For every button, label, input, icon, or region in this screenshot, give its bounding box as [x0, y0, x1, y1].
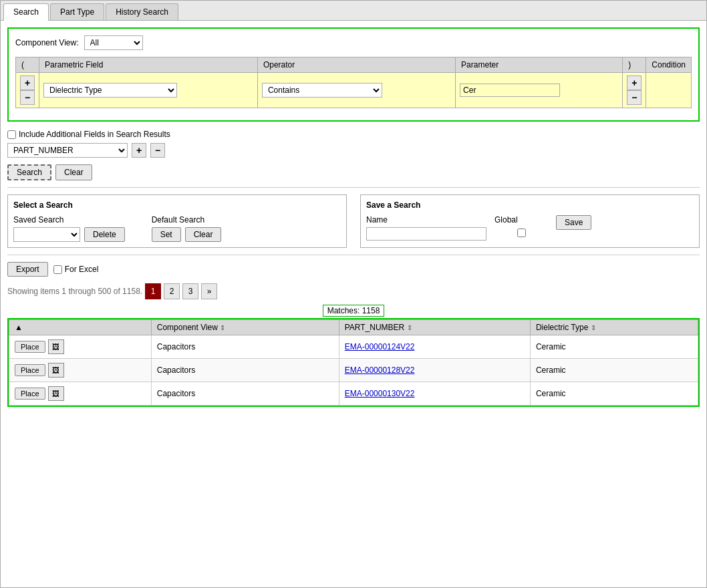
save-global-label: Global: [494, 215, 548, 225]
save-search-box: Save a Search Name Global Save: [360, 194, 700, 248]
page-2-button[interactable]: 2: [164, 283, 180, 299]
place-button-2[interactable]: Place: [15, 364, 45, 376]
include-additional-label: Include Additional Fields in Search Resu…: [7, 130, 170, 139]
add-field-button[interactable]: +: [132, 143, 146, 158]
action-buttons-row: Search Clear: [7, 164, 700, 180]
select-search-title: Select a Search: [13, 200, 341, 210]
field-select-row: PART_NUMBER VALUE TOLERANCE VOLTAGE + −: [7, 143, 700, 158]
pagination-row: Showing items 1 through 500 of 1158. 1 2…: [7, 283, 700, 299]
pagination-text: Showing items 1 through 500 of 1158.: [7, 287, 142, 296]
results-table: ▲ Component View ⇕ PART_NUMBER ⇕ Dielect…: [9, 319, 698, 406]
remove-close-paren-button[interactable]: −: [627, 90, 642, 105]
col-component-view-header[interactable]: Component View ⇕: [151, 320, 339, 335]
image-icon-2: 🖼: [52, 366, 59, 374]
table-row: Place 🖼 Capacitors EMA-00000124V22 Ceram…: [9, 335, 698, 359]
for-excel-checkbox[interactable]: [53, 265, 62, 274]
global-checkbox[interactable]: [517, 229, 526, 237]
image-button-3[interactable]: 🖼: [48, 386, 64, 401]
parametric-table: ( Parametric Field Operator Parameter ) …: [15, 57, 692, 108]
save-search-title: Save a Search: [366, 200, 694, 210]
col-open-paren: (: [16, 57, 39, 73]
tab-bar: Search Part Type History Search: [1, 1, 706, 21]
saved-search-select[interactable]: [13, 227, 80, 242]
image-button-2[interactable]: 🖼: [48, 363, 64, 378]
include-additional-row: Include Additional Fields in Search Resu…: [7, 130, 700, 139]
saved-search-label: Saved Search: [13, 215, 125, 225]
additional-field-select[interactable]: PART_NUMBER VALUE TOLERANCE VOLTAGE: [7, 143, 128, 158]
part-number-link-1[interactable]: EMA-00000124V22: [345, 342, 415, 351]
divider-1: [7, 187, 700, 188]
component-view-select[interactable]: All Capacitors Resistors Inductors: [84, 35, 143, 50]
col-operator: Operator: [257, 57, 455, 73]
close-paren-cell: + −: [623, 73, 646, 108]
component-view-cell-1: Capacitors: [151, 335, 339, 359]
include-additional-checkbox[interactable]: [7, 130, 16, 139]
export-button[interactable]: Export: [7, 262, 48, 277]
search-button[interactable]: Search: [7, 164, 51, 180]
page-3-button[interactable]: 3: [182, 283, 198, 299]
search-management-row: Select a Search Saved Search Delete Defa…: [7, 194, 700, 248]
component-view-col-label: Component View: [157, 323, 218, 332]
tab-search[interactable]: Search: [3, 3, 49, 21]
default-search-label: Default Search: [152, 215, 222, 225]
operator-select[interactable]: Contains Equals Starts With Ends With: [262, 83, 382, 98]
include-additional-text: Include Additional Fields in Search Resu…: [19, 130, 170, 139]
additional-fields-section: Include Additional Fields in Search Resu…: [7, 130, 700, 158]
matches-label-row: Matches: 1158: [7, 306, 700, 315]
clear-button[interactable]: Clear: [55, 164, 92, 180]
place-button-1[interactable]: Place: [15, 341, 45, 353]
default-search-col: Default Search Set Clear: [152, 215, 222, 242]
set-default-button[interactable]: Set: [152, 227, 181, 242]
save-name-label: Name: [366, 215, 486, 225]
dielectric-type-sort-icon: ⇕: [591, 324, 596, 331]
dielectric-type-cell-3: Ceramic: [530, 382, 698, 406]
image-icon-3: 🖼: [52, 390, 59, 398]
component-view-cell-3: Capacitors: [151, 382, 339, 406]
col-condition: Condition: [646, 57, 692, 73]
save-search-button[interactable]: Save: [556, 215, 591, 230]
action-cell-1: Place 🖼: [9, 335, 152, 359]
select-search-box: Select a Search Saved Search Delete Defa…: [7, 194, 347, 248]
delete-saved-search-button[interactable]: Delete: [84, 227, 125, 242]
tab-part-type[interactable]: Part Type: [50, 3, 104, 20]
clear-default-button[interactable]: Clear: [185, 227, 222, 242]
remove-field-button[interactable]: −: [150, 143, 165, 158]
condition-cell: [646, 73, 692, 108]
divider-2: [7, 255, 700, 255]
part-number-cell-2: EMA-00000128V22: [339, 359, 530, 382]
table-row: Place 🖼 Capacitors EMA-00000128V22 Ceram…: [9, 359, 698, 382]
add-row-button[interactable]: +: [20, 76, 35, 90]
save-name-input[interactable]: [366, 227, 486, 241]
parameter-input[interactable]: [460, 84, 560, 97]
page-1-button[interactable]: 1: [145, 283, 161, 299]
col-parametric-field: Parametric Field: [39, 57, 258, 73]
col-close-paren: ): [623, 57, 646, 73]
save-global-col: Global: [494, 215, 548, 239]
parameter-cell: [456, 73, 623, 108]
action-cell-3: Place 🖼: [9, 382, 152, 406]
for-excel-text: For Excel: [65, 265, 99, 274]
col-part-number-header[interactable]: PART_NUMBER ⇕: [339, 320, 530, 335]
matches-badge: Matches: 1158: [323, 305, 385, 317]
page-next-button[interactable]: »: [201, 283, 217, 299]
component-view-cell-2: Capacitors: [151, 359, 339, 382]
col-dielectric-type-header[interactable]: Dielectric Type ⇕: [530, 320, 698, 335]
component-view-label: Component View:: [15, 38, 79, 47]
content-area: Component View: All Capacitors Resistors…: [1, 21, 706, 414]
results-section: ▲ Component View ⇕ PART_NUMBER ⇕ Dielect…: [7, 318, 700, 407]
part-number-link-2[interactable]: EMA-00000128V22: [345, 365, 415, 375]
main-container: Search Part Type History Search Componen…: [0, 0, 707, 588]
add-close-paren-button[interactable]: +: [627, 76, 642, 90]
part-number-cell-1: EMA-00000124V22: [339, 335, 530, 359]
export-row: Export For Excel: [7, 262, 700, 277]
image-button-1[interactable]: 🖼: [48, 339, 64, 354]
place-button-3[interactable]: Place: [15, 388, 45, 400]
saved-search-col: Saved Search Delete: [13, 215, 125, 242]
part-number-link-3[interactable]: EMA-00000130V22: [345, 389, 415, 398]
tab-history-search[interactable]: History Search: [106, 3, 178, 20]
for-excel-label: For Excel: [53, 265, 99, 274]
image-icon-1: 🖼: [52, 343, 59, 351]
parametric-field-select[interactable]: Dielectric Type Part Number Value Tolera…: [43, 83, 177, 98]
remove-row-button[interactable]: −: [20, 90, 35, 105]
parametric-field-cell: Dielectric Type Part Number Value Tolera…: [39, 73, 258, 108]
